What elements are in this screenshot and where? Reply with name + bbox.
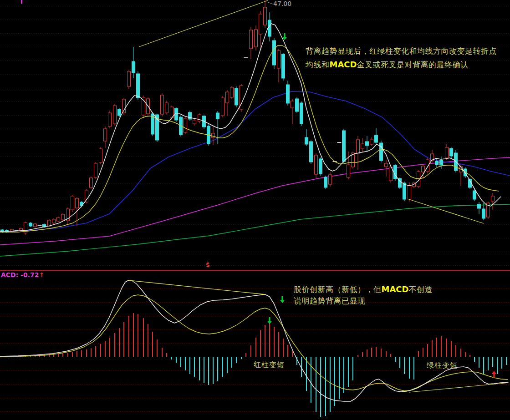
trend-annotation-line2-suffix: 金叉或死叉是对背离的最终确认: [357, 60, 469, 69]
green-bars-shorten-label: 绿柱变短: [427, 361, 458, 370]
up-arrow-icon: ↑: [39, 271, 45, 278]
divergence-annotation: 股价创新高（新低），但MACD不创造 说明趋势背离已显现: [294, 283, 433, 307]
divergence-annotation-line1: 股价创新高（新低），但MACD不创造: [294, 283, 433, 295]
stock-chart-screen: 47.00 背离趋势显现后，红绿柱变化和均线方向改变是转折点 均线和MACD金叉…: [0, 0, 510, 420]
trend-annotation-line1: 背离趋势显现后，红绿柱变化和均线方向改变是转折点: [306, 45, 497, 58]
macd-value-readout: ACD: -0.72↑: [1, 271, 44, 278]
divergence-line1-suffix: 不创造: [409, 285, 433, 294]
macd-gridlines: [0, 288, 510, 411]
macd-value-text: ACD: -0.72: [1, 271, 39, 278]
peak-price-label: 47.00: [273, 0, 291, 7]
splitter-icon: Ŝ: [206, 262, 210, 268]
divergence-annotation-line2: 说明趋势背离已显现: [294, 295, 433, 307]
peak-price-value: 47.00: [273, 0, 291, 7]
ma-green-line: [0, 204, 510, 256]
divergence-line1-prefix: 股价创新高（新低），但: [294, 285, 382, 294]
macd-dea-line: [0, 295, 508, 391]
trend-annotation-line2: 均线和MACD金叉或死叉是对背离的最终确认: [306, 58, 497, 71]
panel-splitter-handle[interactable]: Ŝ: [206, 262, 210, 268]
candlestick-series: [1, 0, 495, 235]
trend-annotation-line2-prefix: 均线和: [306, 60, 330, 69]
red-bars-shorten-label: 红柱变短: [254, 360, 285, 370]
macd-trendline-peaks: [128, 280, 265, 294]
trend-annotation: 背离趋势显现后，红绿柱变化和均线方向改变是转折点 均线和MACD金叉或死叉是对背…: [306, 45, 497, 71]
corner-marker: [21, 0, 22, 4]
macd-keyword: MACD: [330, 60, 357, 69]
peak-callout-tick: [267, 2, 273, 4]
macd-keyword: MACD: [382, 284, 409, 294]
price-trendline-down: [409, 199, 484, 223]
price-trendline-up: [139, 0, 268, 47]
